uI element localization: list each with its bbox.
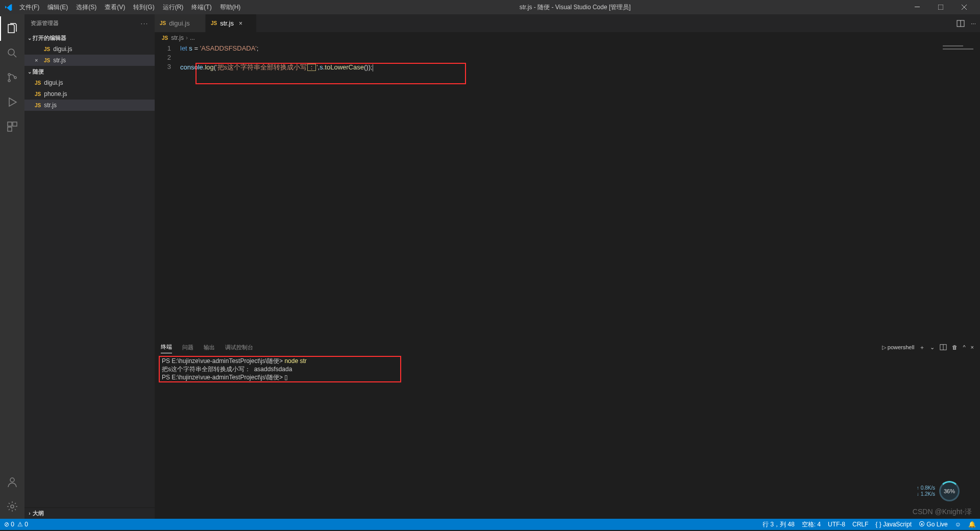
minimap[interactable] (939, 43, 980, 339)
source-control-icon[interactable] (0, 65, 24, 90)
status-encoding[interactable]: UTF-8 (828, 521, 845, 528)
status-golive[interactable]: ⦿ Go Live (919, 521, 948, 528)
kill-terminal-icon[interactable]: 🗑 (952, 344, 958, 350)
file-name: str.js (44, 102, 57, 109)
status-warnings[interactable]: ⚠ 0 (17, 521, 28, 528)
chevron-down-icon: ⌄ (27, 69, 33, 75)
file-item[interactable]: JSphone.js (24, 88, 155, 100)
menu-go[interactable]: 转到(G) (129, 0, 158, 14)
split-editor-icon[interactable] (957, 19, 965, 28)
code-editor[interactable]: 1 2 3 let s = 'ASADDSFSDADA'; console.lo… (155, 43, 980, 339)
status-bell-icon[interactable]: 🔔 (968, 521, 976, 528)
window-title: str.js - 随便 - Visual Studio Code [管理员] (244, 3, 905, 12)
terminal-cursor: ▯ (284, 374, 288, 381)
shell-selector[interactable]: ▷ powershell (882, 344, 915, 351)
titlebar: 文件(F) 编辑(E) 选择(S) 查看(V) 转到(G) 运行(R) 终端(T… (0, 0, 980, 14)
terminal-output: 把s这个字符串全部转换成小写： asaddsfsdada (162, 365, 973, 373)
menu-select[interactable]: 选择(S) (72, 0, 101, 14)
svg-point-9 (10, 478, 14, 482)
svg-rect-0 (915, 7, 920, 7)
extensions-icon[interactable] (0, 114, 24, 139)
menu-view[interactable]: 查看(V) (101, 0, 129, 14)
close-panel-icon[interactable]: × (971, 344, 974, 350)
network-widget: ↑ 0.8K/s ↓ 1.2K/s 36% (917, 481, 960, 501)
terminal-dropdown-icon[interactable]: ⌄ (930, 344, 935, 351)
status-language[interactable]: { } JavaScript (875, 521, 912, 528)
menu-help[interactable]: 帮助(H) (216, 0, 245, 14)
svg-point-10 (11, 505, 14, 508)
sidebar-more-icon[interactable]: ··· (141, 20, 149, 27)
js-file-icon: JS (162, 35, 168, 41)
close-button[interactable] (952, 0, 976, 14)
status-lncol[interactable]: 行 3，列 48 (763, 520, 795, 529)
svg-point-3 (8, 74, 10, 76)
tab-str[interactable]: JSstr.js× (206, 14, 257, 32)
net-up: ↑ 0.8K/s (917, 485, 935, 491)
vscode-logo-icon (4, 3, 12, 11)
js-file-icon: JS (35, 103, 41, 108)
tabbar: JSdigui.js JSstr.js× ··· (155, 14, 980, 32)
svg-point-2 (8, 49, 14, 55)
open-editors-section[interactable]: ⌄打开的编辑器 (24, 32, 155, 43)
panel-tabs: 终端 问题 输出 调试控制台 ▷ powershell ＋ ⌄ 🗑 ^ × (155, 340, 980, 355)
terminal-prompt: PS E:\hujinze\vue-adminTestProject\js\随便… (162, 374, 284, 381)
split-terminal-icon[interactable] (940, 344, 947, 351)
menu-terminal[interactable]: 终端(T) (187, 0, 215, 14)
chevron-right-icon: › (27, 511, 33, 516)
text-cursor (373, 64, 373, 71)
new-terminal-icon[interactable]: ＋ (919, 344, 925, 351)
open-editor-item[interactable]: JSdigui.js (24, 43, 155, 55)
tab-label: str.js (220, 19, 234, 27)
terminal-prompt: PS E:\hujinze\vue-adminTestProject\js\随便… (162, 357, 284, 365)
sidebar-header: 资源管理器 ··· (24, 14, 155, 32)
maximize-panel-icon[interactable]: ^ (963, 344, 965, 350)
folder-section[interactable]: ⌄随便 (24, 66, 155, 77)
panel-tab-output[interactable]: 输出 (204, 342, 215, 353)
svg-rect-8 (8, 127, 12, 131)
file-item[interactable]: JSstr.js (24, 100, 155, 111)
status-eol[interactable]: CRLF (852, 521, 868, 528)
open-editor-item[interactable]: ×JSstr.js (24, 55, 155, 66)
status-errors[interactable]: ⊘ 0 (4, 521, 14, 528)
menu-edit[interactable]: 编辑(E) (43, 0, 72, 14)
code-content[interactable]: let s = 'ASADDSFSDADA'; console.log('把s这… (180, 43, 939, 339)
status-spaces[interactable]: 空格: 4 (802, 520, 821, 529)
js-file-icon: JS (35, 80, 41, 86)
js-file-icon: JS (44, 46, 50, 52)
line-gutter: 1 2 3 (155, 43, 180, 339)
minimize-button[interactable] (905, 0, 929, 14)
terminal-command: node str (284, 357, 306, 365)
panel-tab-debug[interactable]: 调试控制台 (225, 342, 253, 353)
js-file-icon: JS (35, 91, 41, 97)
breadcrumb[interactable]: JS str.js › ... (155, 32, 980, 43)
line-number: 1 (155, 44, 180, 54)
menu-file[interactable]: 文件(F) (15, 0, 43, 14)
svg-rect-7 (13, 122, 17, 126)
settings-icon[interactable] (0, 494, 24, 519)
status-feedback-icon[interactable]: ☺ (955, 521, 961, 528)
editor-area: JSdigui.js JSstr.js× ··· JS str.js › ...… (155, 14, 980, 519)
debug-icon[interactable] (0, 90, 24, 114)
panel-tab-terminal[interactable]: 终端 (161, 341, 172, 353)
explorer-icon[interactable] (0, 16, 24, 41)
terminal-body[interactable]: PS E:\hujinze\vue-adminTestProject\js\随便… (155, 355, 980, 519)
menu-run[interactable]: 运行(R) (159, 0, 188, 14)
search-icon[interactable] (0, 41, 24, 65)
js-file-icon: JS (160, 20, 166, 26)
tab-digui[interactable]: JSdigui.js (155, 14, 206, 32)
maximize-button[interactable] (929, 0, 952, 14)
sidebar-title: 资源管理器 (31, 19, 59, 27)
file-name: str.js (53, 57, 66, 64)
account-icon[interactable] (0, 470, 24, 494)
close-icon[interactable]: × (35, 57, 43, 63)
outline-section[interactable]: ›大纲 (24, 508, 155, 519)
outline-label: 大纲 (33, 510, 44, 517)
breadcrumb-more: ... (190, 34, 195, 41)
activitybar (0, 14, 24, 519)
tab-label: digui.js (169, 19, 189, 27)
panel-tab-problems[interactable]: 问题 (182, 342, 193, 353)
file-item[interactable]: JSdigui.js (24, 77, 155, 88)
more-icon[interactable]: ··· (971, 20, 976, 27)
file-name: digui.js (44, 79, 63, 86)
tab-close-icon[interactable]: × (239, 20, 242, 27)
